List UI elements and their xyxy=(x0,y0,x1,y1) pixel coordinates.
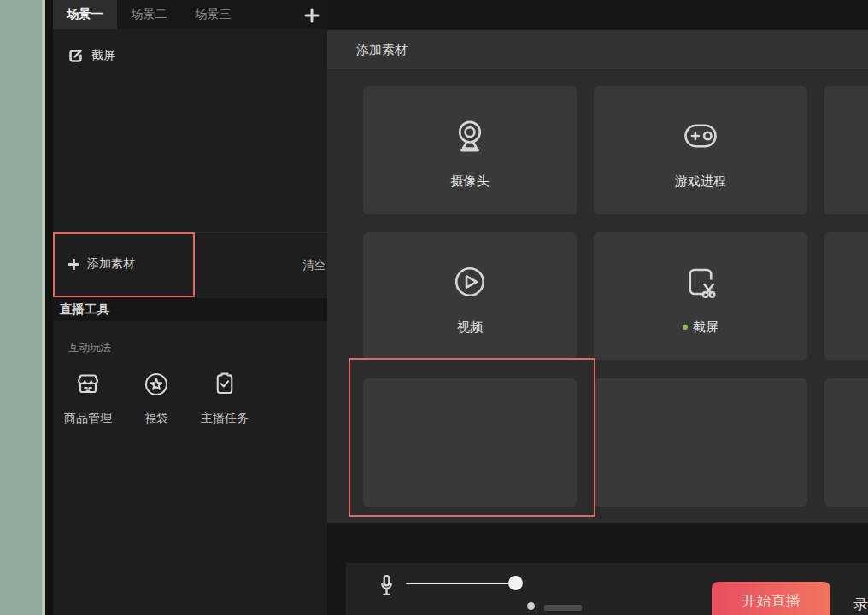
highlight-box-add-material xyxy=(53,232,195,297)
live-control-bar: 开始直播 录 xyxy=(346,563,868,615)
scene-tab-bar: 场景一 场景二 场景三 xyxy=(53,0,327,29)
material-card-ios-mirroring[interactable]: 投屏(iOS) xyxy=(824,232,868,360)
tool-label: 商品管理 xyxy=(64,411,112,426)
window-gap xyxy=(45,0,53,615)
plus-icon xyxy=(304,8,320,23)
material-card-window[interactable]: 窗口 xyxy=(824,86,868,214)
crop-icon xyxy=(68,49,83,63)
partial-device-icon xyxy=(527,602,535,610)
material-card-camera[interactable]: 摄像头 xyxy=(363,86,577,214)
dialog-title-label: 添加素材 xyxy=(356,42,408,58)
dialog-title: 添加素材 xyxy=(327,30,868,70)
tool-label: 主播任务 xyxy=(201,411,249,426)
desktop-background-strip xyxy=(0,0,44,615)
task-icon xyxy=(206,366,243,403)
gamepad-icon xyxy=(677,112,724,160)
source-item-capture[interactable]: 截屏 xyxy=(68,48,115,63)
record-button[interactable]: 录 xyxy=(853,594,868,614)
tab-scene-1[interactable]: 场景一 xyxy=(53,0,117,29)
card-label: 截屏 xyxy=(693,319,718,336)
scene-sidebar: 场景一 场景二 场景三 截屏 添加素材 清空 直播工具 互动玩法 xyxy=(53,0,327,615)
live-tools-header: 直播工具 xyxy=(53,298,327,321)
interactive-section-header: 互动玩法 xyxy=(68,341,111,355)
material-card-video[interactable]: 视频 xyxy=(363,232,577,360)
live-tools-header-label: 直播工具 xyxy=(60,302,109,318)
active-dot xyxy=(683,325,688,330)
start-live-button[interactable]: 开始直播 xyxy=(712,582,830,615)
add-scene-button[interactable] xyxy=(303,7,320,24)
mic-volume-slider-knob[interactable] xyxy=(508,576,523,590)
material-card-game-process[interactable]: 游戏进程 xyxy=(594,86,807,214)
tab-scene-2[interactable]: 场景二 xyxy=(117,0,181,29)
tool-lucky-bag[interactable]: 福袋 xyxy=(138,366,175,426)
tool-anchor-tasks[interactable]: 主播任务 xyxy=(201,366,249,426)
microphone-icon[interactable] xyxy=(378,573,395,599)
material-card-partial[interactable] xyxy=(594,378,807,507)
capture-icon xyxy=(677,258,724,306)
tab-scene-3[interactable]: 场景三 xyxy=(181,0,245,29)
material-card-capture[interactable]: 截屏 xyxy=(594,232,807,360)
tool-product-management[interactable]: 商品管理 xyxy=(64,366,112,426)
partial-device-label xyxy=(544,605,582,611)
material-card-partial[interactable] xyxy=(824,378,868,507)
tool-label: 福袋 xyxy=(144,411,168,426)
card-label: 游戏进程 xyxy=(675,173,726,190)
mic-volume-slider[interactable] xyxy=(406,583,522,584)
source-item-label: 截屏 xyxy=(91,48,115,63)
camera-icon xyxy=(446,112,494,160)
interactive-tools-row: 商品管理 福袋 主播任务 xyxy=(64,366,249,426)
highlight-box-capture-card xyxy=(349,358,595,517)
video-icon xyxy=(446,258,494,306)
star-icon xyxy=(138,366,175,403)
card-label: 摄像头 xyxy=(451,173,490,190)
card-label: 视频 xyxy=(457,319,483,336)
clear-button[interactable]: 清空 xyxy=(302,258,326,273)
shop-icon xyxy=(69,366,107,403)
